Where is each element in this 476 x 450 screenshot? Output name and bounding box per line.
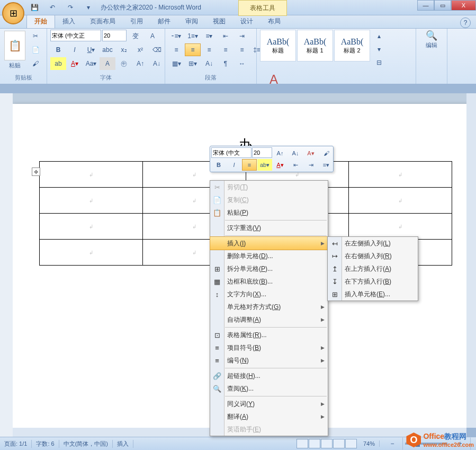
view-buttons[interactable] bbox=[297, 439, 357, 448]
close-button[interactable]: X bbox=[451, 0, 476, 11]
mini-font-family[interactable] bbox=[211, 147, 252, 158]
font-family-select[interactable] bbox=[50, 30, 101, 41]
tab-insert[interactable]: 插入 bbox=[55, 15, 83, 28]
tab-review[interactable]: 审阅 bbox=[178, 15, 205, 28]
ctx-粘贴[interactable]: 📋粘贴(P) bbox=[210, 206, 328, 219]
format-painter-icon[interactable]: 🖌 bbox=[28, 57, 43, 70]
phonetic-guide-icon[interactable]: 变 bbox=[128, 30, 143, 42]
shrink-font-icon[interactable]: A↓ bbox=[149, 57, 165, 70]
mini-shrink-font-icon[interactable]: A↓ bbox=[288, 147, 303, 159]
align-right-icon[interactable]: ≡ bbox=[201, 43, 217, 56]
ctx-删除单元格[interactable]: 删除单元格(D)... bbox=[210, 250, 328, 262]
strikethrough-icon[interactable]: abc bbox=[100, 43, 115, 56]
enclosed-char-icon[interactable]: ㊥ bbox=[116, 57, 132, 70]
shading-icon[interactable]: ▦▾ bbox=[168, 57, 184, 70]
change-case-icon[interactable]: Aa▾ bbox=[83, 57, 99, 70]
tab-mailings[interactable]: 邮件 bbox=[150, 15, 178, 28]
borders-icon[interactable]: ⊞▾ bbox=[185, 57, 201, 70]
subscript-icon[interactable]: x₂ bbox=[116, 43, 132, 56]
increase-indent-icon[interactable]: ⇥ bbox=[234, 30, 250, 42]
font-color-icon[interactable]: A▾ bbox=[67, 57, 83, 70]
char-shading-icon[interactable]: A bbox=[100, 57, 115, 70]
contextual-tab-tabletools[interactable]: 表格工具 bbox=[238, 0, 287, 16]
style-heading[interactable]: AaBb(标题 bbox=[260, 30, 296, 61]
ctx-同义词[interactable]: 同义词(Y)▶ bbox=[210, 398, 328, 410]
ctx-超链接[interactable]: 🔗超链接(H)... bbox=[210, 369, 328, 382]
submenu-插入单元格[interactable]: ⊞插入单元格(E)... bbox=[328, 288, 418, 301]
style-heading2[interactable]: AaBb(标题 2 bbox=[334, 30, 370, 61]
underline-icon[interactable]: U▾ bbox=[83, 43, 99, 56]
mini-decrease-indent-icon[interactable]: ⇤ bbox=[288, 159, 303, 171]
ctx-自动调整[interactable]: 自动调整(A)▶ bbox=[210, 313, 328, 326]
bullets-icon[interactable]: ⁃≡▾ bbox=[168, 30, 184, 42]
tab-layout[interactable]: 布局 bbox=[261, 15, 288, 28]
char-scale-icon[interactable]: ↔ bbox=[234, 57, 250, 70]
status-mode[interactable]: 插入 bbox=[113, 440, 133, 448]
qat-redo-icon[interactable]: ↷ bbox=[62, 2, 78, 13]
mini-grow-font-icon[interactable]: A↑ bbox=[273, 147, 288, 159]
mini-font-color-icon[interactable]: A▾ bbox=[273, 159, 288, 171]
sort-icon[interactable]: A↓ bbox=[201, 57, 217, 70]
ctx-汉字重选[interactable]: 汉字重选(V) bbox=[210, 222, 328, 234]
ctx-翻译[interactable]: 翻译(A)▶ bbox=[210, 410, 328, 423]
style-heading1[interactable]: AaBb(标题 1 bbox=[297, 30, 333, 61]
grow-font-icon[interactable]: A↑ bbox=[132, 57, 148, 70]
distributed-icon[interactable]: ≡ bbox=[234, 43, 250, 56]
minimize-button[interactable]: — bbox=[417, 0, 434, 11]
ctx-文字方向[interactable]: ↕文字方向(X)... bbox=[210, 288, 328, 301]
mini-italic-icon[interactable]: I bbox=[227, 159, 241, 171]
ctx-表格属性[interactable]: ⊡表格属性(R)... bbox=[210, 329, 328, 341]
align-left-icon[interactable]: ≡ bbox=[168, 43, 184, 56]
ctx-编号[interactable]: ≡编号(N)▶ bbox=[210, 354, 328, 367]
vertical-scrollbar[interactable] bbox=[466, 93, 476, 428]
char-border-icon[interactable]: A bbox=[145, 30, 160, 42]
tab-references[interactable]: 引用 bbox=[123, 15, 150, 28]
zoom-level[interactable]: 74% bbox=[359, 440, 380, 447]
maximize-button[interactable]: ▭ bbox=[434, 0, 451, 11]
tab-design[interactable]: 设计 bbox=[233, 15, 261, 28]
mini-bold-icon[interactable]: B bbox=[211, 159, 226, 171]
submenu-在上方插入行[interactable]: ↥在上方插入行(A) bbox=[328, 262, 418, 275]
copy-icon[interactable]: 📄 bbox=[28, 43, 43, 56]
status-language[interactable]: 中文(简体，中国) bbox=[59, 440, 113, 448]
style-more-icon[interactable]: ⊟ bbox=[371, 56, 387, 69]
mini-highlight-icon[interactable]: ab▾ bbox=[257, 159, 272, 171]
status-words[interactable]: 字数: 6 bbox=[32, 440, 59, 448]
editing-button[interactable]: 🔍 编辑 bbox=[426, 30, 437, 49]
ctx-插入[interactable]: 插入(I)▶ bbox=[210, 236, 328, 250]
highlight-icon[interactable]: ab bbox=[50, 57, 66, 70]
tab-view[interactable]: 视图 bbox=[205, 15, 233, 28]
mini-increase-indent-icon[interactable]: ⇥ bbox=[303, 159, 318, 171]
justify-icon[interactable]: ≡ bbox=[218, 43, 233, 56]
bold-icon[interactable]: B bbox=[50, 43, 66, 56]
show-marks-icon[interactable]: ¶ bbox=[218, 57, 233, 70]
mini-bullets-icon[interactable]: ≡▾ bbox=[319, 159, 334, 171]
mini-align-center-icon[interactable]: ≡ bbox=[242, 159, 257, 171]
align-center-icon[interactable]: ≡ bbox=[185, 43, 201, 56]
ctx-边框和底纹[interactable]: ▦边框和底纹(B)... bbox=[210, 275, 328, 288]
mini-format-painter-icon[interactable]: 🖌 bbox=[319, 147, 334, 159]
italic-icon[interactable]: I bbox=[67, 43, 83, 56]
submenu-在下方插入行[interactable]: ↧在下方插入行(B) bbox=[328, 275, 418, 288]
tab-home[interactable]: 开始 bbox=[26, 14, 55, 28]
ctx-查阅[interactable]: 🔍查阅(K)... bbox=[210, 382, 328, 395]
ctx-单元格对齐方式[interactable]: 单元格对齐方式(G)▶ bbox=[210, 301, 328, 313]
office-button[interactable]: ⊞ bbox=[2, 2, 24, 24]
table-move-handle-icon[interactable]: ✥ bbox=[32, 167, 40, 176]
vertical-ruler[interactable] bbox=[0, 93, 13, 437]
decrease-indent-icon[interactable]: ⇤ bbox=[218, 30, 233, 42]
style-scroll-down-icon[interactable]: ▾ bbox=[371, 43, 387, 56]
ctx-拆分单元格[interactable]: ⊞拆分单元格(P)... bbox=[210, 262, 328, 275]
superscript-icon[interactable]: x² bbox=[132, 43, 148, 56]
qat-save-icon[interactable]: 💾 bbox=[26, 2, 42, 13]
font-size-select[interactable] bbox=[102, 30, 127, 41]
qat-customize-icon[interactable]: ▾ bbox=[80, 2, 96, 13]
ctx-项目符号[interactable]: ≡项目符号(B)▶ bbox=[210, 341, 328, 354]
submenu-在左侧插入列[interactable]: ↤在左侧插入列(L) bbox=[328, 237, 418, 250]
paste-button[interactable]: 📋 bbox=[4, 31, 25, 60]
mini-font-size[interactable] bbox=[252, 147, 272, 158]
tab-pagelayout[interactable]: 页面布局 bbox=[83, 15, 123, 28]
qat-undo-icon[interactable]: ↶ bbox=[44, 2, 60, 13]
submenu-在右侧插入列[interactable]: ↦在右侧插入列(R) bbox=[328, 250, 418, 262]
help-icon[interactable]: ? bbox=[460, 17, 471, 28]
